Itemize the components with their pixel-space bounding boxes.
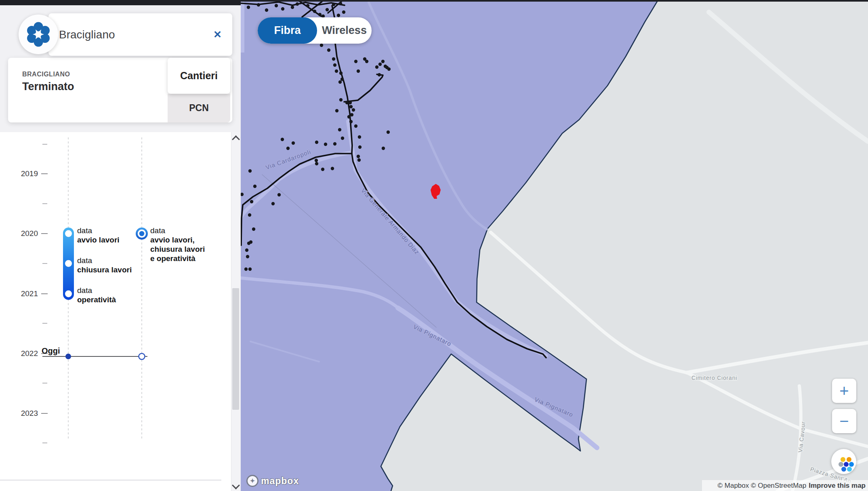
today-dot-open (139, 354, 145, 360)
openfiber-map-button[interactable] (831, 449, 856, 474)
flower-dot-gray (839, 462, 843, 467)
mapbox-wordmark: mapbox (261, 476, 299, 487)
map-top-bar (241, 0, 868, 2)
sidebar-top-bar (0, 0, 241, 5)
marker-chiusura-lavori (65, 260, 72, 267)
legend-chiusura-lavori: data chiusura lavori (77, 256, 132, 274)
zoom-in-button[interactable]: + (832, 379, 856, 403)
openfiber-logo[interactable] (19, 15, 58, 54)
flower-dot-blue (849, 462, 854, 467)
close-icon[interactable]: ✕ (213, 29, 222, 40)
result-city-name: BRACIGLIANO (22, 71, 70, 78)
timeline-graphic (0, 132, 231, 491)
mapbox-logo[interactable]: ✦ mapbox (246, 475, 299, 487)
scrollbar-thumb[interactable] (232, 288, 239, 410)
flower-dot-orange (847, 457, 851, 462)
poi-label-cimitero: Cimitero Ciorani (691, 375, 737, 381)
year-label-2020: 2020 (15, 229, 38, 238)
marker-combined (136, 228, 148, 240)
panel-divider (0, 480, 221, 480)
attr-mapbox[interactable]: © Mapbox (718, 482, 751, 490)
year-label-2023: 2023 (15, 409, 38, 418)
flower-dot-cyan (847, 467, 852, 472)
search-input[interactable]: Bracigliano ✕ (48, 13, 232, 56)
map-attribution: © Mapbox © OpenStreetMapImprove this map (702, 480, 868, 491)
legend-operativita: data operatività (77, 286, 116, 304)
tab-pcn[interactable]: PCN (168, 94, 230, 122)
tab-cantieri[interactable]: Cantieri (168, 58, 230, 94)
zoom-out-button[interactable]: − (832, 409, 856, 433)
legend-combined: data avvio lavori, chiusura lavori e ope… (150, 226, 205, 263)
improve-map-link[interactable]: Improve this map (809, 482, 866, 490)
flower-dot-navy (844, 462, 849, 467)
year-label-2022: 2022 (15, 349, 38, 358)
flower-dot-royal (841, 467, 846, 472)
legend-avvio-lavori: data avvio lavori (77, 226, 120, 244)
year-label-2021: 2021 (15, 289, 38, 298)
layer-toggle: Fibra Wireless (258, 17, 372, 44)
year-label-2019: 2019 (15, 169, 38, 178)
tab-fibra[interactable]: Fibra (258, 17, 317, 44)
result-status: Terminato (22, 80, 74, 93)
map-canvas[interactable]: Via Cardaropoli Via Generale Armando Dia… (241, 0, 868, 491)
today-label: Oggi (42, 346, 60, 356)
today-dot-filled (65, 354, 71, 359)
marker-avvio-lavori (65, 230, 72, 237)
attr-osm[interactable]: © OpenStreetMap (751, 482, 806, 490)
flower-logo-icon (25, 21, 51, 47)
tab-wireless[interactable]: Wireless (317, 24, 372, 37)
flower-dot-yellow (841, 457, 845, 462)
search-value[interactable]: Bracigliano (59, 28, 115, 41)
mapbox-icon: ✦ (246, 475, 259, 487)
marker-operativita (65, 291, 72, 297)
app-window: Via Cardaropoli Via Generale Armando Dia… (0, 0, 868, 491)
